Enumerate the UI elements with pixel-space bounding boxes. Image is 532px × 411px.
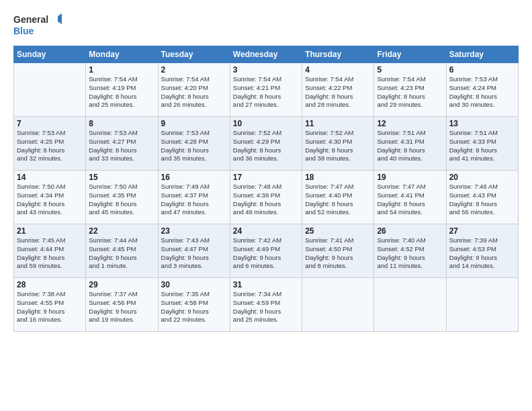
calendar-cell: 7Sunrise: 7:53 AMSunset: 4:25 PMDaylight… [14, 117, 86, 171]
day-number: 2 [161, 65, 227, 75]
day-info: Sunrise: 7:52 AMSunset: 4:29 PMDaylight:… [233, 129, 299, 163]
day-number: 14 [17, 173, 83, 182]
day-info: Sunrise: 7:54 AMSunset: 4:23 PMDaylight:… [377, 75, 443, 109]
day-number: 16 [161, 173, 227, 182]
day-number: 26 [377, 226, 443, 236]
svg-text:Blue: Blue [13, 26, 34, 36]
calendar-week-row: 7Sunrise: 7:53 AMSunset: 4:25 PMDaylight… [14, 117, 519, 171]
day-number: 7 [17, 119, 83, 128]
calendar-cell: 21Sunrise: 7:45 AMSunset: 4:44 PMDayligh… [14, 224, 86, 278]
day-info: Sunrise: 7:53 AMSunset: 4:24 PMDaylight:… [449, 75, 515, 109]
calendar-cell: 5Sunrise: 7:54 AMSunset: 4:23 PMDaylight… [374, 63, 446, 117]
calendar-cell: 25Sunrise: 7:41 AMSunset: 4:50 PMDayligh… [302, 224, 374, 278]
day-info: Sunrise: 7:46 AMSunset: 4:43 PMDaylight:… [449, 183, 515, 217]
calendar-cell: 24Sunrise: 7:42 AMSunset: 4:49 PMDayligh… [230, 224, 302, 278]
calendar-cell: 26Sunrise: 7:40 AMSunset: 4:52 PMDayligh… [374, 224, 446, 278]
calendar-week-row: 21Sunrise: 7:45 AMSunset: 4:44 PMDayligh… [14, 224, 519, 278]
day-info: Sunrise: 7:44 AMSunset: 4:45 PMDaylight:… [89, 236, 154, 271]
day-number: 25 [305, 226, 371, 236]
calendar-cell: 12Sunrise: 7:51 AMSunset: 4:31 PMDayligh… [374, 117, 446, 171]
calendar-page: General Blue SundayMondayTuesdayWednesda… [0, 0, 532, 411]
svg-text:General: General [13, 14, 48, 25]
day-info: Sunrise: 7:53 AMSunset: 4:28 PMDaylight:… [161, 129, 227, 163]
day-info: Sunrise: 7:47 AMSunset: 4:41 PMDaylight:… [377, 183, 443, 217]
day-number: 21 [17, 226, 83, 236]
calendar-cell [14, 63, 86, 117]
day-number: 1 [89, 65, 154, 75]
calendar-cell: 28Sunrise: 7:38 AMSunset: 4:55 PMDayligh… [14, 278, 86, 332]
calendar-cell: 30Sunrise: 7:35 AMSunset: 4:58 PMDayligh… [158, 278, 230, 332]
day-number: 23 [161, 226, 227, 236]
day-number: 27 [449, 226, 515, 236]
calendar-cell: 14Sunrise: 7:50 AMSunset: 4:34 PMDayligh… [14, 171, 86, 224]
weekday-header-cell: Thursday [302, 46, 374, 63]
day-number: 3 [233, 65, 299, 75]
calendar-cell: 10Sunrise: 7:52 AMSunset: 4:29 PMDayligh… [230, 117, 302, 171]
day-number: 15 [89, 173, 154, 182]
calendar-cell: 11Sunrise: 7:52 AMSunset: 4:30 PMDayligh… [302, 117, 374, 171]
day-info: Sunrise: 7:50 AMSunset: 4:34 PMDaylight:… [17, 183, 83, 217]
calendar-cell: 3Sunrise: 7:54 AMSunset: 4:21 PMDaylight… [230, 63, 302, 117]
day-number: 22 [89, 226, 154, 236]
calendar-cell: 8Sunrise: 7:53 AMSunset: 4:27 PMDaylight… [86, 117, 158, 171]
svg-marker-2 [58, 13, 62, 24]
day-info: Sunrise: 7:51 AMSunset: 4:31 PMDaylight:… [377, 129, 443, 163]
weekday-header-row: SundayMondayTuesdayWednesdayThursdayFrid… [14, 46, 519, 63]
day-info: Sunrise: 7:50 AMSunset: 4:35 PMDaylight:… [89, 183, 154, 217]
day-info: Sunrise: 7:54 AMSunset: 4:21 PMDaylight:… [233, 75, 299, 109]
day-info: Sunrise: 7:53 AMSunset: 4:27 PMDaylight:… [89, 129, 154, 163]
day-info: Sunrise: 7:43 AMSunset: 4:47 PMDaylight:… [161, 236, 227, 271]
calendar-cell: 17Sunrise: 7:48 AMSunset: 4:38 PMDayligh… [230, 171, 302, 224]
calendar-cell: 23Sunrise: 7:43 AMSunset: 4:47 PMDayligh… [158, 224, 230, 278]
day-number: 31 [233, 280, 299, 289]
day-number: 28 [17, 280, 83, 289]
calendar-cell: 4Sunrise: 7:54 AMSunset: 4:22 PMDaylight… [302, 63, 374, 117]
day-info: Sunrise: 7:34 AMSunset: 4:59 PMDaylight:… [233, 290, 299, 324]
calendar-cell: 27Sunrise: 7:39 AMSunset: 4:53 PMDayligh… [446, 224, 518, 278]
day-info: Sunrise: 7:37 AMSunset: 4:56 PMDaylight:… [89, 290, 154, 324]
day-number: 8 [89, 119, 154, 128]
day-info: Sunrise: 7:38 AMSunset: 4:55 PMDaylight:… [17, 290, 83, 324]
day-info: Sunrise: 7:47 AMSunset: 4:40 PMDaylight:… [305, 183, 371, 217]
calendar-cell: 19Sunrise: 7:47 AMSunset: 4:41 PMDayligh… [374, 171, 446, 224]
weekday-header-cell: Wednesday [230, 46, 302, 63]
day-number: 24 [233, 226, 299, 236]
weekday-header-cell: Tuesday [158, 46, 230, 63]
day-number: 4 [305, 65, 371, 75]
day-number: 12 [377, 119, 443, 128]
day-number: 5 [377, 65, 443, 75]
day-number: 6 [449, 65, 515, 75]
calendar-cell: 22Sunrise: 7:44 AMSunset: 4:45 PMDayligh… [86, 224, 158, 278]
day-info: Sunrise: 7:48 AMSunset: 4:38 PMDaylight:… [233, 183, 299, 217]
calendar-week-row: 1Sunrise: 7:54 AMSunset: 4:19 PMDaylight… [14, 63, 519, 117]
calendar-cell: 18Sunrise: 7:47 AMSunset: 4:40 PMDayligh… [302, 171, 374, 224]
day-number: 17 [233, 173, 299, 182]
day-info: Sunrise: 7:42 AMSunset: 4:49 PMDaylight:… [233, 236, 299, 271]
day-number: 11 [305, 119, 371, 128]
calendar-cell: 20Sunrise: 7:46 AMSunset: 4:43 PMDayligh… [446, 171, 518, 224]
calendar-cell: 29Sunrise: 7:37 AMSunset: 4:56 PMDayligh… [86, 278, 158, 332]
weekday-header-cell: Sunday [14, 46, 86, 63]
weekday-header-cell: Saturday [446, 46, 518, 63]
day-info: Sunrise: 7:41 AMSunset: 4:50 PMDaylight:… [305, 236, 371, 271]
day-number: 13 [449, 119, 515, 128]
header: General Blue [13, 12, 519, 39]
day-number: 20 [449, 173, 515, 182]
calendar-cell: 2Sunrise: 7:54 AMSunset: 4:20 PMDaylight… [158, 63, 230, 117]
weekday-header-cell: Monday [86, 46, 158, 63]
weekday-header-cell: Friday [374, 46, 446, 63]
calendar-table: SundayMondayTuesdayWednesdayThursdayFrid… [13, 46, 519, 332]
day-info: Sunrise: 7:45 AMSunset: 4:44 PMDaylight:… [17, 236, 83, 271]
day-number: 30 [161, 280, 227, 289]
day-number: 9 [161, 119, 227, 128]
day-number: 29 [89, 280, 154, 289]
day-number: 18 [305, 173, 371, 182]
day-info: Sunrise: 7:54 AMSunset: 4:20 PMDaylight:… [161, 75, 227, 109]
day-info: Sunrise: 7:51 AMSunset: 4:33 PMDaylight:… [449, 129, 515, 163]
calendar-cell [446, 278, 518, 332]
day-info: Sunrise: 7:39 AMSunset: 4:53 PMDaylight:… [449, 236, 515, 271]
calendar-week-row: 28Sunrise: 7:38 AMSunset: 4:55 PMDayligh… [14, 278, 519, 332]
calendar-cell: 1Sunrise: 7:54 AMSunset: 4:19 PMDaylight… [86, 63, 158, 117]
calendar-cell: 15Sunrise: 7:50 AMSunset: 4:35 PMDayligh… [86, 171, 158, 224]
day-info: Sunrise: 7:53 AMSunset: 4:25 PMDaylight:… [17, 129, 83, 163]
